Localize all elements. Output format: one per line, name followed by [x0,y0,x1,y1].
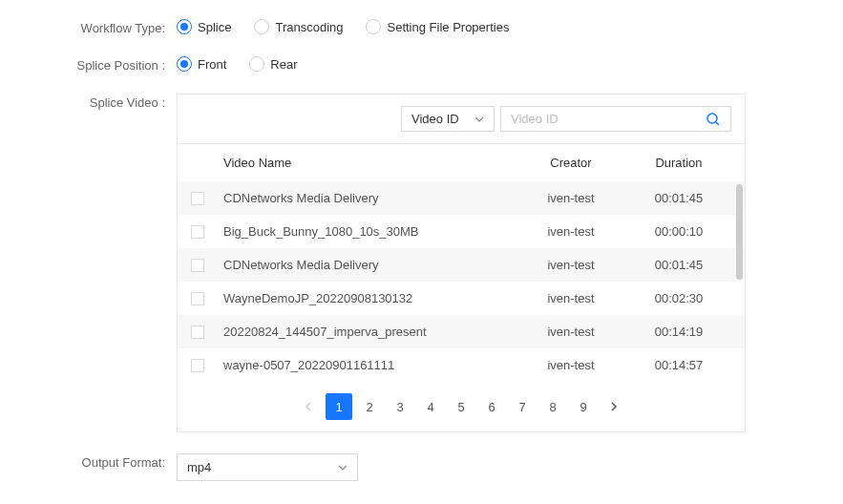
splice-position-label: Splice Position : [29,56,177,73]
output-format-label: Output Format: [29,453,177,470]
svg-point-0 [707,114,717,123]
cell-creator: iven-test [516,291,626,305]
table-row[interactable]: wayne-0507_20220901161111 iven-test 00:1… [178,348,745,382]
workflow-type-row: Workflow Type: Splice Transcoding Settin… [29,19,814,35]
radio-label: Setting File Properties [387,20,509,34]
table-body: CDNetworks Media Delivery iven-test 00:0… [178,181,745,382]
table-row[interactable]: Big_Buck_Bunny_1080_10s_30MB iven-test 0… [178,215,745,248]
row-checkbox[interactable] [191,326,204,339]
video-search-bar: Video ID [178,94,745,144]
video-panel: Video ID Video Name Creator Duration [177,94,746,432]
page-2[interactable]: 2 [356,393,383,420]
radio-icon [366,19,381,34]
page-prev[interactable] [295,393,322,420]
row-checkbox[interactable] [191,192,204,205]
cell-duration: 00:01:45 [626,191,731,205]
output-format-value: mp4 [187,460,211,474]
chevron-right-icon [609,402,619,411]
row-checkbox[interactable] [191,225,204,239]
search-type-value: Video ID [411,112,459,126]
cell-name: wayne-0507_20220901161111 [223,358,516,372]
page-3[interactable]: 3 [387,393,413,420]
cell-name: 20220824_144507_imperva_present [223,325,516,339]
radio-label: Transcoding [275,20,343,34]
cell-creator: iven-test [516,325,626,339]
workflow-radio-transcoding[interactable]: Transcoding [254,19,343,34]
splice-video-row: Splice Video : Video ID Video Name [29,94,814,432]
search-icon [706,112,721,127]
radio-label: Front [198,57,226,72]
cell-duration: 00:02:30 [626,291,731,305]
header-checkbox-col [191,156,223,170]
workflow-radio-setting-file-properties[interactable]: Setting File Properties [366,19,509,34]
header-creator: Creator [516,156,626,170]
radio-icon [254,19,269,34]
splice-position-row: Splice Position : Front Rear [29,56,814,73]
table-header: Video Name Creator Duration [178,144,745,181]
search-button[interactable] [696,112,730,127]
radio-label: Splice [198,20,231,34]
table-row[interactable]: 20220824_144507_imperva_present iven-tes… [178,315,745,348]
workflow-radio-splice[interactable]: Splice [177,19,231,34]
cell-name: Big_Buck_Bunny_1080_10s_30MB [223,224,516,239]
cell-name: CDNetworks Media Delivery [223,191,516,205]
table-row[interactable]: CDNetworks Media Delivery iven-test 00:0… [178,181,745,215]
row-checkbox[interactable] [191,292,204,305]
cell-creator: iven-test [516,258,626,272]
splice-video-label: Splice Video : [29,94,177,110]
cell-duration: 00:14:19 [626,325,731,339]
search-input[interactable] [501,107,696,131]
cell-duration: 00:14:57 [626,358,731,372]
page-9[interactable]: 9 [570,393,597,420]
scrollbar[interactable] [736,184,743,280]
cell-creator: iven-test [516,358,626,372]
svg-line-1 [716,122,719,125]
splice-position-radio-front[interactable]: Front [177,56,226,72]
radio-label: Rear [270,57,297,72]
cell-creator: iven-test [516,224,626,239]
cell-duration: 00:01:45 [626,258,731,272]
cell-name: CDNetworks Media Delivery [223,258,516,272]
page-4[interactable]: 4 [417,393,444,420]
search-input-wrapper [500,106,731,132]
splice-position-radio-group: Front Rear [177,56,814,72]
chevron-left-icon [304,402,313,411]
table-row[interactable]: CDNetworks Media Delivery iven-test 00:0… [178,248,745,282]
radio-icon [249,56,264,72]
row-checkbox[interactable] [191,259,204,272]
row-checkbox[interactable] [191,359,204,372]
workflow-type-radio-group: Splice Transcoding Setting File Properti… [177,19,814,34]
video-table: Video Name Creator Duration CDNetworks M… [178,144,745,431]
header-name: Video Name [223,156,516,170]
table-row[interactable]: WayneDemoJP_20220908130132 iven-test 00:… [178,282,745,315]
page-8[interactable]: 8 [539,393,566,420]
page-next[interactable] [601,393,627,420]
cell-creator: iven-test [516,191,626,205]
chevron-down-icon [338,463,348,472]
page-6[interactable]: 6 [478,393,505,420]
page-7[interactable]: 7 [509,393,536,420]
radio-icon [177,19,192,34]
output-format-select[interactable]: mp4 [177,453,358,481]
cell-name: WayneDemoJP_20220908130132 [223,291,516,305]
search-type-select[interactable]: Video ID [401,106,495,132]
page-1[interactable]: 1 [326,393,352,420]
chevron-down-icon [474,115,484,124]
splice-position-radio-rear[interactable]: Rear [249,56,297,72]
header-duration: Duration [626,156,731,170]
radio-icon [177,56,192,72]
cell-duration: 00:00:10 [626,224,731,239]
workflow-type-label: Workflow Type: [29,19,177,35]
page-5[interactable]: 5 [448,393,474,420]
pagination: 1 2 3 4 5 6 7 8 9 [178,382,745,431]
output-format-row: Output Format: mp4 [29,453,814,481]
